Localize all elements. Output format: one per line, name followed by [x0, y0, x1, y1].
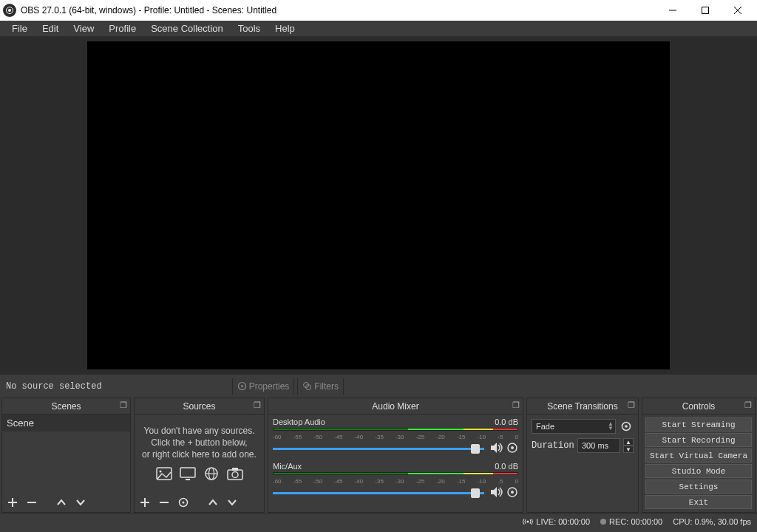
menu-help[interactable]: Help — [268, 21, 302, 35]
svg-marker-28 — [491, 443, 497, 453]
window-title: OBS 27.0.1 (64-bit, windows) - Profile: … — [21, 5, 656, 16]
mixer-header[interactable]: Audio Mixer ❐ — [268, 398, 523, 415]
popout-icon[interactable]: ❐ — [254, 400, 261, 410]
scene-item[interactable]: Scene — [2, 415, 130, 432]
popout-icon[interactable]: ❐ — [120, 400, 127, 410]
svg-point-27 — [183, 502, 185, 504]
move-scene-up-button[interactable] — [54, 495, 69, 510]
source-toolbar: No source selected Properties Filters — [0, 374, 757, 398]
filters-button[interactable]: Filters — [297, 378, 344, 395]
audio-channel-desktop: Desktop Audio 0.0 dB -60-55-50-45-40-35-… — [273, 417, 518, 456]
menu-profile[interactable]: Profile — [101, 21, 143, 35]
meter-ticks: -60-55-50-45-40-35-30-25-20-15-10-50 — [273, 478, 518, 485]
sources-empty[interactable]: You don't have any sources. Click the + … — [135, 415, 264, 493]
sources-dock: Sources ❐ You don't have any sources. Cl… — [134, 398, 265, 513]
duration-up-button[interactable]: ▲ — [623, 438, 634, 446]
svg-rect-21 — [232, 468, 238, 471]
svg-rect-3 — [702, 7, 709, 14]
start-virtual-camera-button[interactable]: Start Virtual Camera — [645, 449, 752, 463]
transition-select[interactable]: Fade ▲▼ — [532, 419, 616, 434]
move-source-up-button[interactable] — [206, 495, 220, 510]
live-status: LIVE: 00:00:00 — [523, 517, 590, 526]
camera-source-icon — [225, 465, 245, 482]
svg-point-30 — [511, 446, 514, 449]
studio-mode-button[interactable]: Studio Mode — [645, 464, 752, 478]
settings-button[interactable]: Settings — [645, 480, 752, 494]
scenes-header[interactable]: Scenes ❐ — [2, 398, 130, 415]
menu-edit[interactable]: Edit — [35, 21, 66, 35]
image-source-icon — [154, 465, 174, 482]
svg-point-22 — [232, 472, 238, 478]
gear-icon[interactable] — [506, 486, 518, 500]
meter-ticks: -60-55-50-45-40-35-30-25-20-15-10-50 — [273, 434, 518, 440]
no-source-label: No source selected — [3, 381, 105, 392]
svg-rect-15 — [180, 468, 195, 477]
preview-canvas[interactable] — [87, 41, 670, 369]
audio-mixer-dock: Audio Mixer ❐ Desktop Audio 0.0 dB -60-5… — [268, 398, 523, 513]
add-source-button[interactable] — [138, 495, 152, 510]
move-scene-down-button[interactable] — [73, 495, 88, 510]
svg-point-35 — [625, 425, 628, 428]
channel-name: Desktop Audio — [273, 417, 325, 426]
svg-marker-31 — [491, 487, 497, 497]
globe-source-icon — [201, 465, 222, 482]
menu-view[interactable]: View — [66, 21, 101, 35]
duration-input[interactable]: 300 ms — [577, 438, 620, 453]
channel-name: Mic/Aux — [273, 462, 302, 471]
app-icon — [3, 4, 16, 17]
duration-label: Duration — [532, 440, 574, 451]
transitions-header[interactable]: Scene Transitions ❐ — [527, 398, 638, 415]
svg-point-36 — [527, 520, 529, 522]
svg-point-7 — [241, 385, 243, 387]
broadcast-icon — [523, 518, 533, 525]
start-recording-button[interactable]: Start Recording — [645, 433, 752, 447]
channel-db: 0.0 dB — [495, 462, 518, 471]
svg-point-14 — [159, 471, 161, 473]
menubar: File Edit View Profile Scene Collection … — [0, 21, 757, 37]
channel-db: 0.0 dB — [495, 417, 518, 426]
display-source-icon — [177, 465, 198, 482]
popout-icon[interactable]: ❐ — [628, 400, 635, 410]
start-streaming-button[interactable]: Start Streaming — [645, 417, 752, 432]
statusbar: LIVE: 00:00:00 REC: 00:00:00 CPU: 0.9%, … — [0, 513, 757, 529]
menu-tools[interactable]: Tools — [231, 21, 268, 35]
properties-button[interactable]: Properties — [232, 378, 295, 395]
svg-point-1 — [8, 9, 11, 12]
controls-dock: Controls ❐ Start Streaming Start Recordi… — [642, 398, 756, 513]
menu-scene-collection[interactable]: Scene Collection — [143, 21, 231, 35]
transition-settings-button[interactable] — [619, 419, 634, 434]
sources-header[interactable]: Sources ❐ — [135, 398, 264, 415]
cpu-status: CPU: 0.9%, 30.00 fps — [673, 517, 751, 526]
remove-source-button[interactable] — [157, 495, 172, 510]
record-dot-icon — [600, 519, 606, 525]
audio-channel-mic: Mic/Aux 0.0 dB -60-55-50-45-40-35-30-25-… — [273, 462, 518, 500]
titlebar: OBS 27.0.1 (64-bit, windows) - Profile: … — [0, 0, 757, 21]
maximize-button[interactable] — [689, 0, 722, 21]
rec-status: REC: 00:00:00 — [600, 517, 662, 526]
speaker-icon[interactable] — [490, 442, 503, 456]
menu-file[interactable]: File — [4, 21, 35, 35]
move-source-down-button[interactable] — [225, 495, 240, 510]
svg-point-33 — [511, 491, 514, 494]
controls-header[interactable]: Controls ❐ — [642, 398, 755, 415]
chevron-updown-icon: ▲▼ — [608, 422, 614, 431]
speaker-icon[interactable] — [490, 486, 503, 500]
add-scene-button[interactable] — [5, 495, 20, 510]
source-properties-button[interactable] — [176, 495, 191, 510]
exit-button[interactable]: Exit — [645, 495, 752, 509]
remove-scene-button[interactable] — [24, 495, 39, 510]
gear-icon — [237, 381, 247, 391]
duration-down-button[interactable]: ▼ — [623, 446, 634, 453]
gear-icon[interactable] — [506, 442, 518, 456]
audio-meter — [273, 428, 518, 431]
scenes-dock: Scenes ❐ Scene — [1, 398, 131, 513]
popout-icon[interactable]: ❐ — [744, 400, 752, 410]
minimize-button[interactable] — [656, 0, 689, 21]
volume-slider[interactable] — [273, 492, 484, 494]
popout-icon[interactable]: ❐ — [512, 400, 520, 410]
filters-icon — [302, 381, 312, 391]
transitions-dock: Scene Transitions ❐ Fade ▲▼ Duration 300… — [526, 398, 639, 513]
volume-slider[interactable] — [273, 448, 484, 450]
audio-meter — [273, 472, 518, 475]
close-button[interactable] — [722, 0, 754, 21]
